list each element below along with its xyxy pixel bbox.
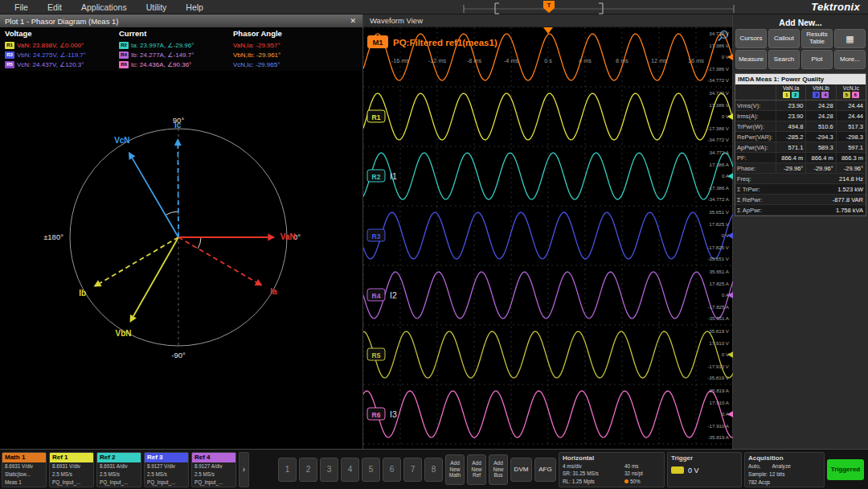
meas-value: 24.28 — [805, 101, 835, 110]
meas-row: TrPwr(W):494.8510.6517.3 — [735, 121, 866, 132]
add-cursors-button[interactable]: Cursors — [735, 29, 767, 48]
scale-label: -35.819 A — [708, 434, 730, 440]
menu-applications[interactable]: Applications — [72, 2, 137, 12]
meas-summary-row: Σ ApPwr:1.758 kVA — [735, 205, 866, 216]
time-tick-label: -12 ms — [428, 57, 447, 64]
add-new-math-button[interactable]: AddNewMath — [445, 454, 465, 485]
phasor-legend: VoltageR1VaN: 23.898V, ∠0.000°R3VbN: 24.… — [0, 27, 362, 71]
channel-1-button[interactable]: 1 — [278, 458, 297, 482]
meas-summary-value: 214.8 Hz — [784, 174, 866, 183]
channel-box-line: 2.5 MS/s — [192, 471, 235, 479]
menu-file[interactable]: File — [5, 2, 38, 12]
meas-row-label: Vrms(V): — [735, 101, 776, 110]
bottombar: Math 18.6931 V/divStatic|low...Meas 1Ref… — [0, 449, 868, 489]
scale-label: -35.819 V — [707, 375, 730, 380]
channel-8-button[interactable]: 8 — [424, 458, 443, 482]
scale-label: 17.825 A — [710, 281, 730, 286]
add-plot-button[interactable]: Plot — [801, 50, 833, 69]
add-measure-button[interactable]: Measure — [735, 50, 767, 69]
channel-box-line: 2.5 MS/s — [145, 471, 188, 479]
channel-badge-label: M1 — [372, 38, 383, 47]
channel-5-button[interactable]: 5 — [362, 458, 380, 482]
waveform-display[interactable]: -16 ms-12 ms-8 ms-4 ms0 s4 ms8 ms12 ms16… — [363, 27, 733, 449]
meas-value: 866.3 m — [836, 153, 866, 162]
ref-badge-4: 4 — [821, 92, 829, 98]
acquisition-count: 782 Acqs — [748, 479, 821, 487]
dvm-button[interactable]: DVM — [510, 458, 532, 482]
legend-row: R4Ib: 24.277A, ∠-149.7° — [119, 50, 233, 60]
trigger-source-badge — [671, 466, 684, 474]
close-icon[interactable]: ✕ — [348, 17, 358, 25]
channel-box-ref-4[interactable]: Ref 48.9127 A/div2.5 MS/sPQ_Input_... — [191, 452, 236, 487]
ref-badge-6: 6 — [852, 92, 859, 98]
add-results-table-button[interactable]: Results Table — [801, 29, 833, 48]
meas-col-badges: 56 — [837, 91, 866, 99]
channel-badge-R3: R3 — [5, 51, 14, 59]
meas-value: 24.44 — [836, 111, 866, 121]
menu-help[interactable]: Help — [176, 2, 213, 12]
afg-button[interactable]: AFG — [534, 458, 556, 482]
scale-label: -17.910 A — [708, 423, 730, 429]
channel-box-ref-3[interactable]: Ref 38.9127 V/div2.5 MS/sPQ_Input_... — [144, 452, 189, 487]
add-callout-button[interactable]: Callout — [768, 29, 800, 48]
menu-utility[interactable]: Utility — [137, 2, 177, 12]
channel-badge-label: R2 — [372, 173, 381, 181]
channel-box-line: 8.6931 A/div — [97, 462, 141, 471]
add-more----button[interactable]: More... — [834, 50, 866, 69]
trigger-indicator-icon — [543, 27, 553, 34]
legend-col-2: CurrentR2Ia: 23.997A, ∠-29.96°R4Ib: 24.2… — [119, 29, 233, 71]
channel-box-math-1[interactable]: Math 18.6931 V/divStatic|low...Meas 1 — [2, 452, 47, 487]
add-new-bus-button[interactable]: AddNewBus — [489, 454, 508, 485]
legend-header: Voltage — [5, 29, 119, 40]
channel-7-button[interactable]: 7 — [403, 458, 422, 482]
channel-badge-label: R6 — [372, 411, 381, 419]
acquisition-box[interactable]: Acquisition Auto, Analyze Sample: 12 bit… — [744, 452, 825, 487]
time-tick-label: 8 ms — [616, 57, 628, 64]
meas-col-vbnib: VbN,Ib34 — [805, 84, 835, 100]
horizontal-box[interactable]: Horizontal 4 ms/div 40 ms SR: 31.25 MS/s… — [559, 452, 665, 487]
channel-3-button[interactable]: 3 — [320, 458, 338, 482]
add-new-ref-button[interactable]: AddNewRef — [467, 454, 486, 485]
results-grid-icon-button[interactable]: ▦ — [834, 29, 866, 48]
channel-2-button[interactable]: 2 — [299, 458, 317, 482]
meas-value: -29.96° — [805, 163, 835, 173]
channel-box-ref-1[interactable]: Ref 18.6931 V/div2.5 MS/sPQ_Input_... — [49, 452, 94, 487]
channel-badge-R2: R2 — [119, 42, 129, 49]
waveform-source-label: I3 — [390, 409, 397, 419]
channel-4-button[interactable]: 4 — [341, 458, 359, 482]
trigger-box[interactable]: Trigger 0 V — [667, 452, 742, 487]
timeline-minimap[interactable]: T — [462, 0, 735, 14]
channel-box-header: Ref 4 — [192, 453, 235, 462]
channel-6-button[interactable]: 6 — [383, 458, 401, 482]
scale-label: -34.772 A — [708, 196, 730, 202]
channel-box-line: 2.5 MS/s — [97, 471, 141, 479]
legend-header: Phasor Angle — [233, 29, 362, 40]
legend-value: Ia: 23.997A, ∠-29.96° — [131, 42, 194, 49]
phasor-titlebar[interactable]: Plot 1 - Phasor Diagram (Meas 1) ✕ — [0, 14, 362, 27]
channel-badge-R6: R6 — [119, 61, 129, 68]
expand-badges-button[interactable]: › — [239, 452, 249, 487]
meas-summary-row: Freq:214.8 Hz — [735, 174, 866, 184]
channel-box-ref-2[interactable]: Ref 28.6931 A/div2.5 MS/sPQ_Input_... — [96, 452, 141, 487]
channel-badge-R4: R4 — [119, 51, 129, 59]
add-search-button[interactable]: Search — [768, 50, 800, 69]
scale-label: 17.910 V — [709, 340, 730, 346]
add-new-buttons: CursorsCalloutResults Table▦MeasureSearc… — [735, 29, 866, 69]
phasor-label-Ib: Ib — [79, 289, 86, 298]
scale-label: 35.819 A — [710, 388, 730, 393]
channel-number-buttons: 12345678 — [278, 458, 443, 482]
ref-badge-1: 1 — [783, 92, 790, 98]
scale-label: 35.819 V — [709, 328, 730, 334]
channel-boxes: Math 18.6931 V/divStatic|low...Meas 1Ref… — [2, 452, 236, 487]
meas-value: 24.44 — [836, 101, 866, 110]
results-grid-icon: ▦ — [845, 34, 854, 43]
angle-label-left: ±180° — [43, 232, 63, 241]
menu-edit[interactable]: Edit — [38, 2, 72, 12]
meas-value: 494.8 — [776, 121, 805, 131]
scale-label: -17.386 A — [708, 185, 730, 191]
channel-box-line: Static|low... — [2, 471, 46, 479]
scale-label: 17.386 A — [710, 162, 730, 167]
scale-label: -35.651 A — [708, 315, 730, 321]
channel-box-line: PQ_Input_... — [192, 479, 235, 487]
legend-col-3: Phasor AngleVaN,Ia: -29.957°VbN,Ib: -29.… — [233, 29, 362, 71]
